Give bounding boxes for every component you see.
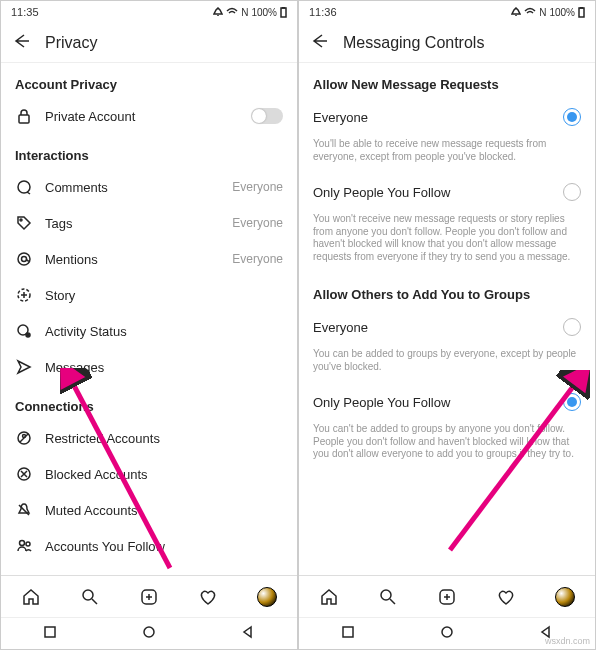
- nav-activity[interactable]: [496, 587, 516, 607]
- plus-square-icon: [139, 587, 159, 607]
- search-icon: [80, 587, 100, 607]
- row-tags[interactable]: Tags Everyone: [1, 205, 297, 241]
- messaging-content[interactable]: Allow New Message Requests Everyone You'…: [299, 63, 595, 575]
- radio-following-requests[interactable]: [563, 183, 581, 201]
- system-nav: [1, 617, 297, 649]
- nav-profile[interactable]: [555, 587, 575, 607]
- heart-icon: [496, 587, 516, 607]
- back-button[interactable]: [11, 31, 31, 54]
- bottom-nav: [299, 575, 595, 617]
- sys-back[interactable]: [241, 625, 255, 642]
- tag-icon: [15, 215, 33, 231]
- dnd-icon: [511, 7, 521, 17]
- page-title: Privacy: [45, 34, 97, 52]
- section-connections: Connections: [1, 385, 297, 420]
- bottom-nav: [1, 575, 297, 617]
- row-blocked[interactable]: Blocked Accounts: [1, 456, 297, 492]
- hint-everyone-groups: You can be added to groups by everyone, …: [299, 346, 595, 383]
- nav-new-post[interactable]: [139, 587, 159, 607]
- hint-following-requests: You won't receive new message requests o…: [299, 211, 595, 273]
- option-everyone-requests[interactable]: Everyone: [299, 98, 595, 136]
- row-activity-status[interactable]: Activity Status: [1, 313, 297, 349]
- comments-value: Everyone: [232, 180, 283, 194]
- sys-recent[interactable]: [43, 625, 57, 642]
- section-allow-groups: Allow Others to Add You to Groups: [299, 273, 595, 308]
- nav-search[interactable]: [80, 587, 100, 607]
- option-everyone-groups[interactable]: Everyone: [299, 308, 595, 346]
- radio-everyone-groups[interactable]: [563, 318, 581, 336]
- row-accounts-you-follow[interactable]: Accounts You Follow: [1, 528, 297, 564]
- row-muted[interactable]: Muted Accounts: [1, 492, 297, 528]
- option-following-groups[interactable]: Only People You Follow: [299, 383, 595, 421]
- status-bar: 11:35 N 100%: [1, 1, 297, 23]
- svg-point-21: [381, 590, 391, 600]
- back-button[interactable]: [309, 31, 329, 54]
- status-time: 11:35: [11, 6, 39, 18]
- svg-rect-23: [343, 627, 353, 637]
- svg-point-13: [20, 541, 25, 546]
- privacy-content[interactable]: Account Privacy Private Account Interact…: [1, 63, 297, 575]
- status-bar: 11:36 N 100%: [299, 1, 595, 23]
- nav-activity[interactable]: [198, 587, 218, 607]
- circle-icon: [142, 625, 156, 639]
- watermark: wsxdn.com: [545, 636, 590, 646]
- nav-profile[interactable]: [257, 587, 277, 607]
- svg-point-14: [26, 542, 30, 546]
- section-account-privacy: Account Privacy: [1, 63, 297, 98]
- row-story[interactable]: Story: [1, 277, 297, 313]
- messaging-controls-screen: 11:36 N 100% Messaging Controls Allow Ne…: [298, 0, 596, 650]
- svg-rect-2: [19, 115, 29, 123]
- svg-point-11: [23, 435, 26, 438]
- nav-home[interactable]: [319, 587, 339, 607]
- comment-icon: [15, 179, 33, 195]
- svg-point-15: [83, 590, 93, 600]
- nav-new-post[interactable]: [437, 587, 457, 607]
- svg-rect-19: [579, 8, 584, 17]
- row-messages[interactable]: Messages: [1, 349, 297, 385]
- radio-everyone-requests[interactable]: [563, 108, 581, 126]
- search-icon: [378, 587, 398, 607]
- muted-icon: [15, 502, 33, 518]
- home-icon: [319, 587, 339, 607]
- arrow-left-icon: [11, 31, 31, 51]
- svg-rect-17: [45, 627, 55, 637]
- circle-icon: [440, 625, 454, 639]
- row-comments[interactable]: Comments Everyone: [1, 169, 297, 205]
- section-interactions: Interactions: [1, 134, 297, 169]
- row-private-account[interactable]: Private Account: [1, 98, 297, 134]
- nav-search[interactable]: [378, 587, 398, 607]
- radio-following-groups[interactable]: [563, 393, 581, 411]
- square-icon: [43, 625, 57, 639]
- profile-avatar-icon: [555, 587, 575, 607]
- sys-home[interactable]: [440, 625, 454, 642]
- svg-rect-20: [581, 7, 583, 8]
- nav-home[interactable]: [21, 587, 41, 607]
- sys-home[interactable]: [142, 625, 156, 642]
- heart-icon: [198, 587, 218, 607]
- row-restricted[interactable]: Restricted Accounts: [1, 420, 297, 456]
- activity-icon: [15, 323, 33, 339]
- private-account-toggle[interactable]: [251, 108, 283, 124]
- plus-square-icon: [437, 587, 457, 607]
- profile-avatar-icon: [257, 587, 277, 607]
- blocked-icon: [15, 466, 33, 482]
- dnd-icon: [213, 7, 223, 17]
- section-allow-new-requests: Allow New Message Requests: [299, 63, 595, 98]
- app-header: Messaging Controls: [299, 23, 595, 63]
- row-mentions[interactable]: Mentions Everyone: [1, 241, 297, 277]
- hint-everyone-requests: You'll be able to receive new message re…: [299, 136, 595, 173]
- restricted-icon: [15, 430, 33, 446]
- page-title: Messaging Controls: [343, 34, 484, 52]
- triangle-left-icon: [241, 625, 255, 639]
- sys-recent[interactable]: [341, 625, 355, 642]
- battery-icon: [578, 7, 585, 18]
- app-header: Privacy: [1, 23, 297, 63]
- svg-point-5: [18, 253, 30, 265]
- svg-point-9: [26, 333, 30, 337]
- svg-rect-1: [283, 7, 285, 8]
- status-time: 11:36: [309, 6, 337, 18]
- battery-icon: [280, 7, 287, 18]
- option-following-requests[interactable]: Only People You Follow: [299, 173, 595, 211]
- svg-point-4: [20, 219, 22, 221]
- svg-point-18: [144, 627, 154, 637]
